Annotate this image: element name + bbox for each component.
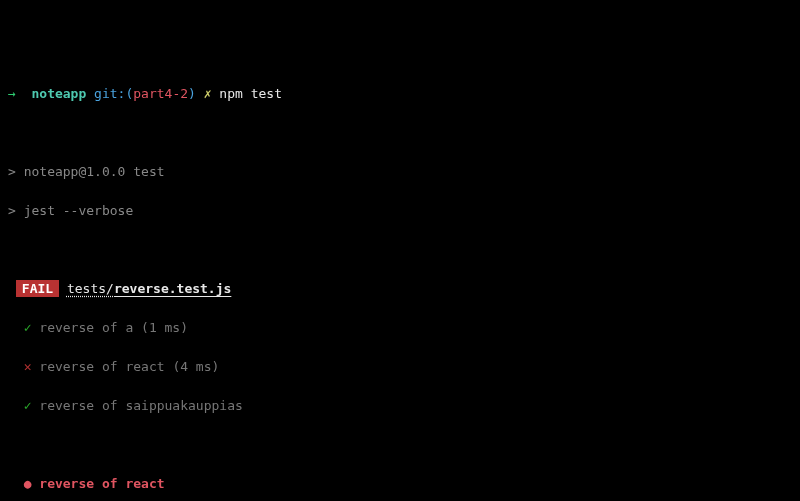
- fail-dir: tests/: [67, 281, 114, 296]
- git-prefix: git:(: [94, 86, 133, 101]
- blank-line: [8, 240, 792, 260]
- test-result-row: ✓ reverse of saippuakauppias: [8, 396, 792, 416]
- test-name: reverse of react: [39, 359, 164, 374]
- test-result-row: ✕ reverse of react (4 ms): [8, 357, 792, 377]
- runner-text-2: jest --verbose: [24, 203, 134, 218]
- check-icon: ✓: [24, 320, 32, 335]
- blank-line: [8, 435, 792, 455]
- failure-name: reverse of react: [39, 476, 164, 491]
- command-text: npm test: [219, 86, 282, 101]
- gt-icon: >: [8, 203, 16, 218]
- prompt-arrow: →: [8, 86, 16, 101]
- git-branch: part4-2: [133, 86, 188, 101]
- shell-prompt[interactable]: → noteapp git:(part4-2) ✗ npm test: [8, 84, 792, 104]
- gt-icon: >: [8, 164, 16, 179]
- fail-badge: FAIL: [16, 280, 59, 297]
- runner-line-2: > jest --verbose: [8, 201, 792, 221]
- check-icon: ✓: [24, 398, 32, 413]
- test-time: (1 ms): [141, 320, 188, 335]
- fail-header: FAIL tests/reverse.test.js: [8, 279, 792, 299]
- runner-line-1: > noteapp@1.0.0 test: [8, 162, 792, 182]
- test-name: reverse of saippuakauppias: [39, 398, 243, 413]
- test-result-row: ✓ reverse of a (1 ms): [8, 318, 792, 338]
- test-time: (4 ms): [172, 359, 219, 374]
- test-name: reverse of a: [39, 320, 133, 335]
- git-suffix: ): [188, 86, 196, 101]
- git-dirty-icon: ✗: [204, 86, 212, 101]
- runner-text-1: noteapp@1.0.0 test: [24, 164, 165, 179]
- failure-title: ● reverse of react: [8, 474, 792, 494]
- blank-line: [8, 123, 792, 143]
- prompt-dir: noteapp: [31, 86, 86, 101]
- bullet-icon: ●: [24, 476, 32, 491]
- fail-file: reverse.test.js: [114, 281, 231, 296]
- cross-icon: ✕: [24, 359, 32, 374]
